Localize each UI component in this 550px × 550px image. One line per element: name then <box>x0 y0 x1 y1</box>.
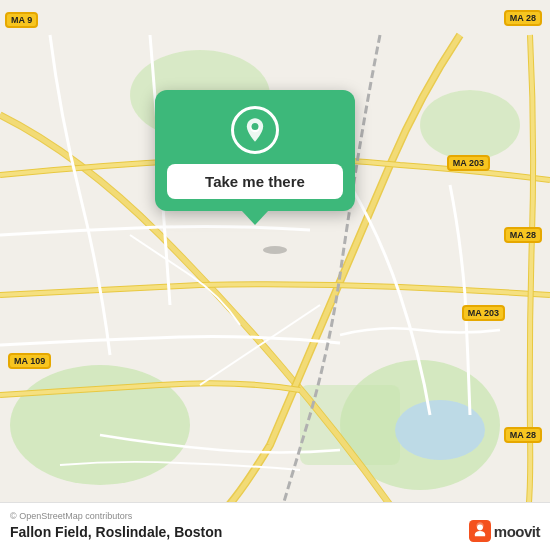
road-badge-ma203-mid: MA 203 <box>447 155 490 171</box>
moovit-icon <box>469 520 491 542</box>
svg-point-3 <box>420 90 520 160</box>
road-badge-ma28-lower: MA 28 <box>504 427 542 443</box>
road-badge-ma28-top: MA 28 <box>504 10 542 26</box>
location-icon-wrapper <box>231 106 279 154</box>
road-badge-ma109: MA 109 <box>8 353 51 369</box>
moovit-text: moovit <box>494 523 540 540</box>
svg-point-8 <box>252 123 259 130</box>
svg-point-5 <box>395 400 485 460</box>
road-badge-ma203-lower: MA 203 <box>462 305 505 321</box>
map-roads <box>0 0 550 550</box>
take-me-there-button[interactable]: Take me there <box>167 164 343 199</box>
attribution-text: © OpenStreetMap contributors <box>10 511 540 521</box>
road-badge-ma28-mid: MA 28 <box>504 227 542 243</box>
moovit-logo: moovit <box>469 520 540 542</box>
bottom-bar: © OpenStreetMap contributors Fallon Fiel… <box>0 502 550 550</box>
location-title: Fallon Field, Roslindale, Boston <box>10 524 540 540</box>
location-pin-icon <box>241 116 269 144</box>
road-badge-ma9: MA 9 <box>5 12 38 28</box>
svg-point-6 <box>263 246 287 254</box>
popup-card: Take me there <box>155 90 355 211</box>
map-container: MA 9 MA 28 MA 203 MA 203 MA 28 MA 109 MA… <box>0 0 550 550</box>
